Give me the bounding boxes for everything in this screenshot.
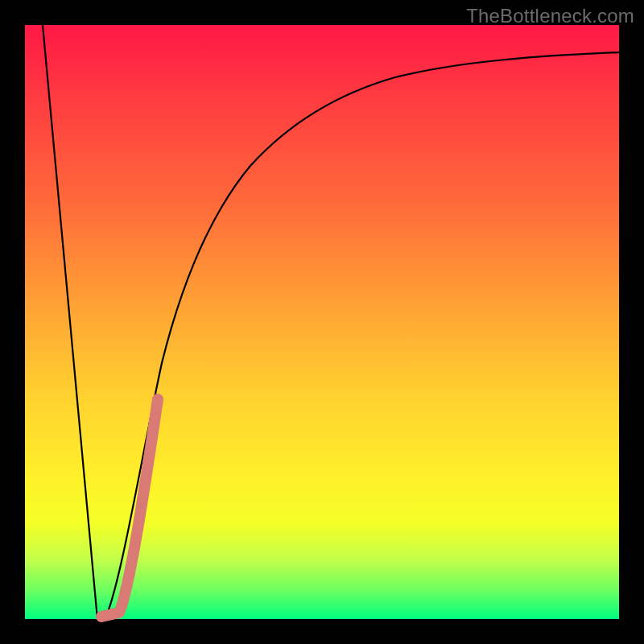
plot-area — [25, 25, 619, 619]
chart-svg — [25, 25, 619, 619]
chart-frame: TheBottleneck.com — [0, 0, 644, 644]
bottleneck-curve — [43, 25, 619, 619]
watermark-text: TheBottleneck.com — [466, 5, 634, 27]
highlight-segment — [101, 399, 158, 617]
